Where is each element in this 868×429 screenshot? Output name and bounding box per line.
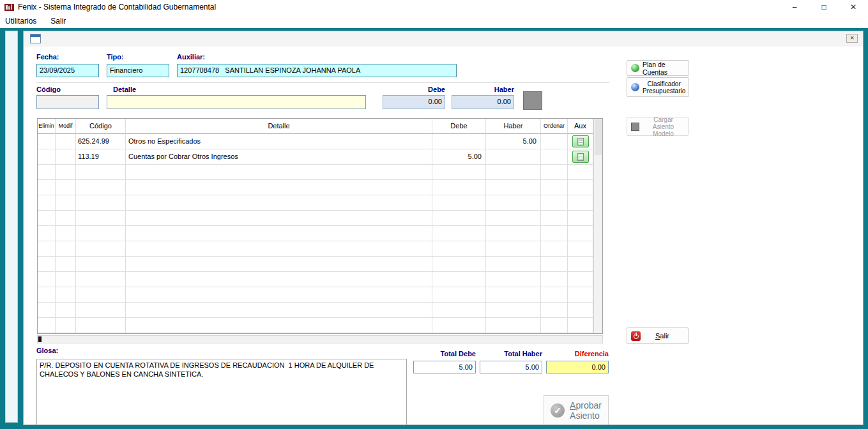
grid-cell bbox=[56, 241, 76, 257]
green-globe-icon bbox=[631, 64, 639, 72]
entries-grid: EliminModifCódigoDetalleDebeHaberOrdenar… bbox=[37, 118, 603, 334]
table-row[interactable] bbox=[38, 180, 593, 195]
glosa-textarea[interactable]: P/R. DEPOSITO EN CUENTA ROTATIVA DE INGR… bbox=[36, 359, 407, 425]
codigo-input[interactable] bbox=[36, 95, 99, 109]
vertical-scrollbar[interactable] bbox=[593, 119, 602, 333]
close-button[interactable]: ✕ bbox=[839, 0, 868, 14]
table-row[interactable] bbox=[38, 272, 593, 287]
grid-cell bbox=[76, 318, 126, 333]
clasificador-presupuestario-button[interactable]: Clasificador Presupuestario bbox=[627, 77, 689, 97]
aprobar-label: Aprobar Asiento bbox=[570, 400, 602, 421]
grid-cell bbox=[432, 165, 486, 180]
grid-cell bbox=[56, 287, 76, 303]
maximize-button[interactable]: □ bbox=[809, 0, 839, 14]
total-haber-label: Total Haber bbox=[480, 350, 542, 358]
grid-cell bbox=[568, 318, 593, 333]
grid-cell bbox=[38, 287, 56, 303]
aux-button[interactable] bbox=[572, 151, 589, 163]
grid-cell bbox=[126, 272, 432, 287]
grid-cell: 625.24.99 bbox=[76, 134, 126, 149]
grid-header-cell: Modif bbox=[56, 119, 76, 134]
add-entry-button[interactable] bbox=[523, 91, 542, 110]
plan-de-cuentas-button[interactable]: Plan de Cuentas bbox=[627, 60, 689, 76]
grid-cell bbox=[568, 257, 593, 272]
debe-input[interactable]: 0.00 bbox=[383, 95, 445, 109]
grid-cell bbox=[486, 180, 541, 195]
grid-cell bbox=[541, 257, 568, 272]
grid-cell bbox=[541, 287, 568, 303]
grid-cell bbox=[126, 180, 432, 195]
fecha-field[interactable]: 23/09/2025 bbox=[36, 64, 99, 77]
table-row[interactable] bbox=[38, 241, 593, 257]
grid-cell bbox=[56, 272, 76, 287]
clasificador-label: Clasificador Presupuestario bbox=[643, 80, 685, 94]
table-row[interactable] bbox=[38, 226, 593, 241]
cargar-asiento-modelo-button[interactable]: Cargar Asiento Modelo bbox=[627, 117, 689, 136]
auxiliar-field[interactable]: 1207708478 SANTILLAN ESPINOZA JOHANNA PA… bbox=[177, 64, 457, 77]
grid-header-cell: Ordenar bbox=[541, 119, 568, 134]
grid-cell bbox=[126, 241, 432, 257]
grid-cell bbox=[56, 211, 76, 226]
grid-cell bbox=[568, 180, 593, 195]
cargar-label-line1: Cargar Asiento bbox=[643, 116, 684, 130]
grid-cell bbox=[38, 303, 56, 318]
grid-cell bbox=[432, 241, 486, 257]
table-row[interactable] bbox=[38, 287, 593, 303]
grid-cell bbox=[126, 287, 432, 303]
horizontal-scrollbar[interactable] bbox=[37, 335, 603, 343]
table-row[interactable] bbox=[38, 318, 593, 333]
grid-cell bbox=[432, 211, 486, 226]
grid-cell bbox=[76, 226, 126, 241]
detalle-input[interactable] bbox=[107, 95, 366, 109]
grid-cell bbox=[486, 165, 541, 180]
menu-utilitarios[interactable]: Utilitarios bbox=[5, 17, 36, 26]
grid-cell bbox=[56, 318, 76, 333]
window-title: Fenix - Sistema Integrado de Contabilida… bbox=[18, 3, 216, 11]
haber-input[interactable]: 0.00 bbox=[452, 95, 514, 109]
grid-cell bbox=[432, 318, 486, 333]
table-row[interactable] bbox=[38, 165, 593, 180]
grid-cell bbox=[541, 180, 568, 195]
grid-cell bbox=[432, 226, 486, 241]
aux-button[interactable] bbox=[572, 135, 589, 147]
grid-cell: 113.19 bbox=[76, 149, 126, 165]
grid-cell: 5.00 bbox=[486, 134, 541, 149]
table-row[interactable] bbox=[38, 195, 593, 211]
grid-cell bbox=[38, 195, 56, 211]
grid-cell bbox=[541, 226, 568, 241]
table-row[interactable]: 625.24.99Otros no Especificados5.00 bbox=[38, 134, 593, 149]
grid-cell bbox=[56, 257, 76, 272]
grid-cell bbox=[126, 226, 432, 241]
grid-cell bbox=[38, 211, 56, 226]
grid-cell bbox=[432, 303, 486, 318]
grid-cell bbox=[486, 241, 541, 257]
grid-cell bbox=[486, 287, 541, 303]
detalle-label: Detalle bbox=[113, 86, 136, 93]
child-close-button[interactable]: ✕ bbox=[846, 34, 858, 43]
salir-button[interactable]: Salir bbox=[627, 327, 689, 344]
grid-cell bbox=[486, 272, 541, 287]
table-row[interactable]: 113.19Cuentas por Cobrar Otros Ingresos5… bbox=[38, 149, 593, 165]
cargar-asiento-label: Cargar Asiento Modelo bbox=[643, 116, 684, 137]
table-row[interactable] bbox=[38, 303, 593, 318]
tipo-field[interactable]: Financiero bbox=[107, 64, 169, 77]
scrollbar-thumb[interactable] bbox=[38, 336, 42, 342]
auxiliar-label: Auxiliar: bbox=[177, 53, 205, 61]
menu-salir[interactable]: Salir bbox=[50, 17, 66, 26]
scrollbar-thumb[interactable] bbox=[595, 119, 602, 155]
check-icon: ✓ bbox=[551, 403, 565, 418]
app-icon bbox=[4, 3, 14, 12]
grid-cell bbox=[76, 257, 126, 272]
diferencia-label: Diferencia bbox=[546, 350, 609, 358]
cargar-label-line2: Modelo bbox=[643, 130, 684, 137]
minimize-button[interactable]: – bbox=[780, 0, 809, 14]
table-row[interactable] bbox=[38, 257, 593, 272]
menu-bar: Utilitarios Salir bbox=[0, 14, 868, 28]
aprobar-asiento-button[interactable]: ✓ Aprobar Asiento bbox=[544, 395, 609, 425]
grid-cell bbox=[38, 226, 56, 241]
grid-cell bbox=[486, 257, 541, 272]
glosa-label: Glosa: bbox=[36, 347, 58, 354]
window-controls: – □ ✕ bbox=[780, 0, 868, 14]
table-row[interactable] bbox=[38, 211, 593, 226]
child-titlebar: ✕ bbox=[24, 31, 863, 47]
